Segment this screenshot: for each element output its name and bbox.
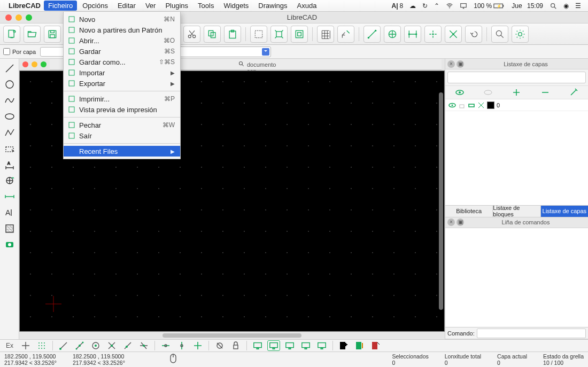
bb-screen-4[interactable] (299, 340, 312, 351)
notification-center-icon[interactable]: ☰ (572, 1, 584, 11)
window-close-button[interactable] (5, 14, 12, 21)
layer-color-swatch[interactable] (487, 101, 494, 109)
bb-restrict-h[interactable] (159, 340, 172, 351)
menu-item-imprimir-[interactable]: Imprimir...⌘P (64, 93, 180, 104)
bb-screen-1[interactable] (251, 340, 264, 351)
tool-text[interactable]: A (2, 205, 17, 220)
bb-exclusive[interactable]: Ex (3, 340, 16, 351)
tool-select[interactable] (2, 141, 17, 156)
bb-screen-2[interactable] (267, 340, 280, 351)
layer-add-icon[interactable] (512, 88, 521, 97)
tb-save[interactable] (44, 26, 61, 43)
tb-snap-back[interactable] (465, 26, 482, 43)
tb-paste[interactable] (224, 26, 241, 43)
bb-black-plus[interactable] (337, 340, 350, 351)
tb-zoom-previous[interactable] (291, 26, 308, 43)
menu-ficheiro[interactable]: Ficheiro (44, 1, 77, 11)
menu-tools[interactable]: Tools (194, 1, 218, 11)
bb-red-del[interactable] (369, 340, 382, 351)
menu-widgets[interactable]: Widgets (219, 1, 253, 11)
menu-item-vista-previa-de-impresi-n[interactable]: Vista previa de impresión (64, 104, 180, 115)
command-input[interactable] (477, 329, 586, 338)
doc-zoom-button[interactable] (41, 61, 47, 67)
menu-item-importar[interactable]: Importar▶ (64, 67, 180, 78)
command-history[interactable] (445, 228, 588, 327)
tb-snap-endpoint[interactable] (404, 26, 421, 43)
canvas-vertical-scrollbar[interactable] (439, 92, 443, 310)
tb-measure-dist[interactable] (363, 26, 381, 43)
tb-draft[interactable] (337, 26, 354, 43)
menu-item-pechar[interactable]: Pechar⌘W (64, 120, 180, 130)
menu-axuda[interactable]: Axuda (293, 1, 321, 11)
app-name[interactable]: LibreCAD (9, 2, 41, 10)
menu-item-exportar[interactable]: Exportar▶ (64, 78, 180, 89)
layer-construction-icon[interactable] (477, 101, 485, 109)
menu-item-novo[interactable]: Novo⌘N (64, 14, 180, 25)
window-zoom-button[interactable] (26, 14, 32, 21)
tb-zoom-in-search[interactable] (491, 26, 508, 43)
tool-line[interactable] (2, 61, 17, 76)
bb-snap-intersection[interactable] (137, 340, 150, 351)
tb-settings[interactable] (512, 26, 529, 43)
layer-print-icon[interactable] (468, 101, 475, 109)
tool-image[interactable] (2, 237, 17, 252)
layer-lock-icon[interactable] (458, 101, 466, 109)
layer-search-input[interactable] (447, 72, 586, 83)
tool-circle[interactable] (2, 77, 17, 92)
tool-polyline[interactable] (2, 125, 17, 140)
siri-icon[interactable]: ◉ (561, 1, 571, 11)
layer-visible-icon[interactable] (448, 101, 456, 109)
por-capa-check-input[interactable] (3, 48, 10, 55)
por-capa-checkbox[interactable]: Por capa (3, 48, 36, 55)
layer-row-0[interactable]: 0 (445, 99, 588, 111)
bb-snap-free[interactable] (19, 340, 32, 351)
command-panel-close[interactable]: × (447, 218, 455, 226)
bb-snap-on-entity[interactable] (73, 340, 86, 351)
bb-relzero[interactable] (213, 340, 226, 351)
tb-new[interactable]: + (3, 26, 20, 43)
tool-measure[interactable] (2, 189, 17, 204)
canvas-horizontal-scrollbar[interactable] (19, 332, 445, 339)
airplay-icon[interactable] (457, 1, 470, 11)
tb-measure-angle[interactable] (384, 26, 401, 43)
tb-zoom-all[interactable] (270, 26, 288, 43)
bb-lock-relzero[interactable] (229, 340, 242, 351)
bb-snap-middle[interactable] (105, 340, 118, 351)
menu-item-gardar[interactable]: Gardar⌘S (64, 46, 180, 57)
tool-hatch[interactable] (2, 221, 17, 236)
tool-curve[interactable] (2, 93, 17, 108)
cloud-icon[interactable]: ☁ (407, 1, 419, 11)
tool-dimension[interactable]: A (2, 157, 17, 172)
bb-snap-distance[interactable] (121, 340, 134, 351)
menu-opcions[interactable]: Opcións (78, 1, 112, 11)
bb-screen-5[interactable] (315, 340, 328, 351)
tb-copy[interactable] (204, 26, 221, 43)
tab-biblioteca[interactable]: Biblioteca (445, 206, 493, 217)
tab-capas[interactable]: Listaxe de capas (541, 206, 588, 217)
menu-ver[interactable]: Ver (141, 1, 160, 11)
tb-cut[interactable] (183, 26, 200, 43)
bb-snap-grid[interactable] (35, 340, 48, 351)
dropbox-icon[interactable]: ⌃ (431, 1, 442, 11)
battery-indicator[interactable]: 100 %⚡ (471, 1, 508, 11)
bb-green-ins[interactable] (353, 340, 366, 351)
layers-panel-undock[interactable]: ▣ (457, 60, 464, 68)
window-minimize-button[interactable] (16, 14, 22, 21)
menu-item-gardar-como-[interactable]: Gardar como...⇧⌘S (64, 57, 180, 67)
tb-grid[interactable] (317, 26, 334, 43)
layer-show-all-icon[interactable] (455, 88, 465, 97)
doc-minimize-button[interactable] (32, 61, 37, 67)
tool-ellipse[interactable] (2, 109, 17, 124)
menu-item-sa-r[interactable]: Saír (64, 130, 180, 141)
command-panel-undock[interactable]: ▣ (457, 218, 464, 226)
tb-open[interactable] (24, 26, 41, 43)
bb-restrict-v[interactable] (175, 340, 188, 351)
doc-close-button[interactable] (22, 61, 28, 67)
bb-snap-endpoint[interactable] (57, 340, 70, 351)
layer-edit-icon[interactable] (569, 88, 578, 97)
menu-drawings[interactable]: Drawings (254, 1, 291, 11)
layer-hide-all-icon[interactable] (483, 88, 493, 97)
tab-bloques[interactable]: Listaxe de bloques (493, 206, 540, 217)
menu-item-abrir-[interactable]: Abrir...⌘O (64, 35, 180, 46)
bb-snap-center[interactable] (89, 340, 102, 351)
